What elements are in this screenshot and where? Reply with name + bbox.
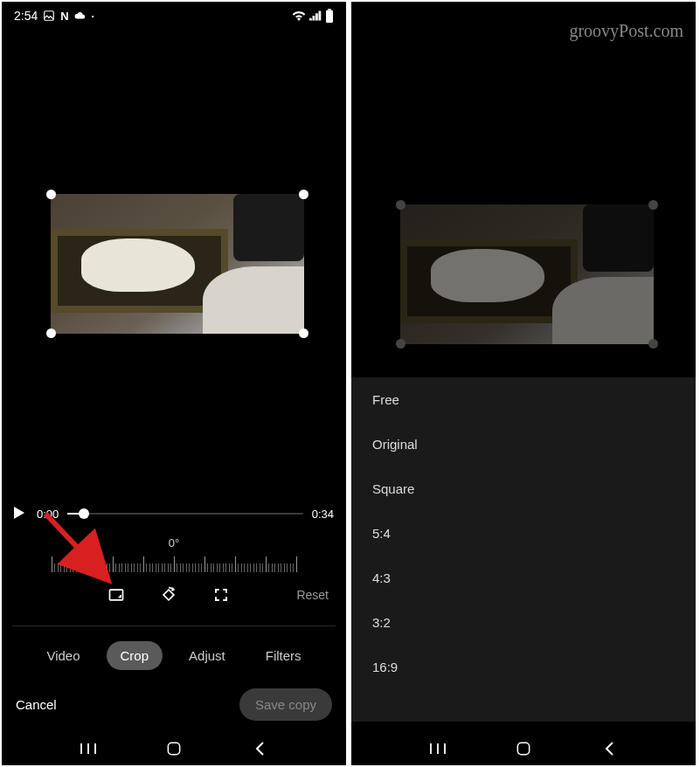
rotation-control: 0° xyxy=(24,536,323,572)
tab-crop[interactable]: Crop xyxy=(107,641,163,670)
svg-rect-5 xyxy=(163,590,174,600)
dog-graphic xyxy=(431,249,545,302)
divider xyxy=(12,625,336,626)
svg-rect-0 xyxy=(45,11,54,21)
crop-handle-bottom-left[interactable] xyxy=(46,328,56,338)
nav-home[interactable] xyxy=(514,739,533,758)
cushion-graphic xyxy=(583,204,654,272)
video-preview[interactable] xyxy=(51,194,304,334)
crop-handle-bottom-left[interactable] xyxy=(396,339,405,349)
cushion-graphic xyxy=(233,194,304,261)
dot-icon: • xyxy=(92,12,94,20)
play-button[interactable] xyxy=(14,507,28,521)
svg-rect-9 xyxy=(168,743,179,754)
aspect-option-original[interactable]: Original xyxy=(351,422,696,466)
svg-rect-13 xyxy=(517,743,529,754)
status-bar: 2:54 N • xyxy=(2,2,346,28)
aspect-option-4-3[interactable]: 4:3 xyxy=(351,556,696,600)
nav-back[interactable] xyxy=(250,739,269,758)
video-frame xyxy=(400,204,654,344)
duration: 0:34 xyxy=(312,508,334,521)
tab-video[interactable]: Video xyxy=(32,641,94,670)
save-copy-button[interactable]: Save copy xyxy=(239,688,332,721)
android-navbar xyxy=(351,739,696,758)
rotation-ruler[interactable] xyxy=(24,553,323,572)
signal-icon xyxy=(309,10,322,21)
expand-button[interactable] xyxy=(211,585,231,605)
video-preview-dimmed xyxy=(400,204,654,344)
cancel-button[interactable]: Cancel xyxy=(16,697,57,712)
aspect-option-5-4[interactable]: 5:4 xyxy=(351,511,696,556)
cloud-icon xyxy=(74,11,87,20)
nav-back[interactable] xyxy=(600,739,619,758)
watermark: groovyPost.com xyxy=(569,21,683,41)
nav-recents[interactable] xyxy=(428,739,447,758)
image-icon xyxy=(43,10,55,22)
current-time: 0:00 xyxy=(37,508,59,521)
svg-rect-1 xyxy=(326,10,333,23)
rotate-button[interactable] xyxy=(159,585,178,605)
tab-adjust[interactable]: Adjust xyxy=(175,641,239,670)
crop-handle-top-left[interactable] xyxy=(396,200,405,210)
svg-rect-2 xyxy=(328,9,330,10)
edit-tabs: Video Crop Adjust Filters xyxy=(2,641,346,670)
crop-tools-row: Reset xyxy=(2,585,346,605)
dog-graphic xyxy=(81,238,196,292)
playback-track[interactable] xyxy=(67,513,302,515)
nav-home[interactable] xyxy=(164,739,184,758)
phone-screenshot-left: 2:54 N • xyxy=(2,2,346,765)
nav-recents[interactable] xyxy=(79,739,98,758)
aspect-ratio-button[interactable] xyxy=(107,585,126,605)
wifi-icon xyxy=(292,10,306,21)
playback-row: 0:00 0:34 xyxy=(14,507,334,521)
crop-handle-top-right[interactable] xyxy=(648,200,658,210)
video-frame xyxy=(51,194,304,334)
aspect-option-free[interactable]: Free xyxy=(351,377,696,422)
netflix-icon: N xyxy=(60,10,68,23)
phone-screenshot-right: groovyPost.com Free Original Square 5:4 … xyxy=(351,2,696,765)
track-thumb[interactable] xyxy=(79,508,89,519)
crop-handle-top-right[interactable] xyxy=(299,190,308,199)
android-navbar xyxy=(2,739,346,758)
action-row: Cancel Save copy xyxy=(2,688,346,721)
table-graphic xyxy=(552,277,654,344)
rotation-angle: 0° xyxy=(24,536,323,549)
table-graphic xyxy=(203,266,304,334)
crop-handle-bottom-right[interactable] xyxy=(648,339,658,349)
reset-button[interactable]: Reset xyxy=(296,588,329,602)
aspect-option-16-9[interactable]: 16:9 xyxy=(351,645,696,689)
crop-handle-top-left[interactable] xyxy=(46,190,56,199)
aspect-ratio-list: Free Original Square 5:4 4:3 3:2 16:9 xyxy=(351,377,696,722)
tab-filters[interactable]: Filters xyxy=(252,641,315,670)
crop-handle-bottom-right[interactable] xyxy=(299,328,308,338)
aspect-option-3-2[interactable]: 3:2 xyxy=(351,600,696,645)
aspect-option-square[interactable]: Square xyxy=(351,466,696,511)
status-time: 2:54 xyxy=(14,9,38,23)
battery-icon xyxy=(325,9,334,23)
